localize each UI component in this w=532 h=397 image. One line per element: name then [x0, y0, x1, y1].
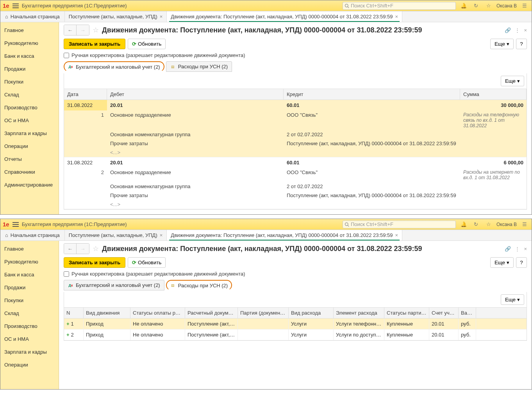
close-icon[interactable]: × [524, 27, 527, 33]
manual-edit-checkbox[interactable] [64, 271, 69, 277]
entry-num: 2 [64, 168, 107, 182]
sidebar-item-reports[interactable]: Отчеты [0, 153, 59, 166]
search-input[interactable]: Поиск Ctrl+Shift+F [343, 221, 456, 228]
search-input[interactable]: Поиск Ctrl+Shift+F [343, 2, 456, 10]
sidebar-item-hr[interactable]: Зарплата и кадры [0, 345, 59, 358]
help-button[interactable]: ? [516, 39, 527, 49]
user-name[interactable]: Оксана В [496, 222, 517, 227]
sidebar-item-operations[interactable]: Операции [0, 140, 59, 153]
help-button[interactable]: ? [516, 257, 527, 268]
main: ← → ☆ Движения документа: Поступление (а… [59, 241, 532, 389]
close-icon[interactable]: × [160, 14, 163, 20]
sidebar-item-purchases[interactable]: Покупки [0, 294, 59, 307]
refresh-button[interactable]: ⟳Обновить [128, 257, 166, 268]
chevron-down-icon: ▾ [517, 297, 520, 303]
kebab-icon[interactable]: ⋮ [515, 246, 520, 252]
sidebar-item-manager[interactable]: Руководителю [0, 255, 59, 268]
col-n[interactable]: N [64, 308, 84, 318]
tab-home[interactable]: ⌂ Начальная страница [0, 11, 65, 22]
tab-receipts[interactable]: Поступление (акты, накладные, УПД) × [65, 11, 167, 22]
body: Главное Руководителю Банк и касса Продаж… [0, 241, 532, 389]
sidebar-item-warehouse[interactable]: Склад [0, 307, 59, 320]
col-party-status[interactable]: Статусы партий ... [384, 308, 429, 318]
tab-accounting[interactable]: Дк Бухгалтерский и налоговый учет (2) [64, 280, 164, 290]
table-row[interactable]: +2 Приход Не оплачено Поступление (акт, … [64, 329, 527, 340]
sidebar-item-operations[interactable]: Операции [0, 358, 59, 371]
star-icon[interactable]: ☆ [484, 1, 493, 11]
close-icon[interactable]: × [395, 14, 398, 20]
more-label: Еще [495, 41, 505, 47]
favorite-icon[interactable]: ☆ [93, 26, 99, 34]
sidebar-item-manager[interactable]: Руководителю [0, 37, 59, 50]
bell-icon[interactable]: 🔔 [459, 220, 468, 229]
col-currency[interactable]: Вал... [459, 308, 476, 318]
col-pay-status[interactable]: Статусы оплаты рас... [130, 308, 185, 318]
sidebar-item-production[interactable]: Производство [0, 101, 59, 114]
sidebar-item-assets[interactable]: ОС и НМА [0, 333, 59, 345]
col-debit[interactable]: Дебет [107, 89, 284, 100]
refresh-button[interactable]: ⟳Обновить [128, 39, 166, 49]
sidebar-item-assets[interactable]: ОС и НМА [0, 114, 59, 127]
sidebar-item-sales[interactable]: Продажи [0, 281, 59, 294]
history-icon[interactable]: ↻ [471, 1, 481, 11]
sidebar-item-admin[interactable]: Администрирование [0, 178, 59, 191]
tab-usn[interactable]: ▤ Расходы при УСН (2) [166, 61, 232, 72]
col-expense-element[interactable]: Элемент расхода [334, 308, 384, 318]
more-button[interactable]: Еще ▾ [490, 257, 514, 268]
logo-1c: 1e [3, 221, 9, 228]
col-sum[interactable]: Сумма [460, 89, 527, 100]
sidebar-item-bank[interactable]: Банк и касса [0, 50, 59, 62]
col-account[interactable]: Счет учета [429, 308, 459, 318]
table-row[interactable]: +1 Приход Не оплачено Поступление (акт, … [64, 319, 527, 329]
back-button[interactable]: ← [64, 244, 77, 254]
user-name[interactable]: Оксана В [496, 3, 517, 9]
col-date[interactable]: Дата [64, 89, 107, 100]
menu-icon[interactable] [12, 222, 19, 227]
sidebar-item-main[interactable]: Главное [0, 242, 59, 255]
table-more-button[interactable]: Еще ▾ [501, 76, 524, 86]
col-party[interactable]: Партия (документ ... [238, 308, 289, 318]
settings-icon[interactable]: ☰ [520, 1, 529, 11]
sidebar-item-production[interactable]: Производство [0, 320, 59, 333]
col-kind[interactable]: Вид движения [84, 308, 130, 318]
entry-row[interactable]: 31.08.2022 20.01 60.01 6 000,00 2 Основн… [64, 157, 527, 209]
star-icon[interactable]: ☆ [484, 220, 493, 229]
sidebar-item-hr[interactable]: Зарплата и кадры [0, 127, 59, 140]
tab-movements[interactable]: Движения документа: Поступление (акт, на… [167, 230, 402, 240]
link-icon[interactable]: 🔗 [505, 27, 511, 33]
sidebar-item-warehouse[interactable]: Склад [0, 88, 59, 101]
col-expense-kind[interactable]: Вид расхода [289, 308, 334, 318]
close-icon[interactable]: × [395, 232, 398, 238]
table-more-button[interactable]: Еще ▾ [501, 294, 524, 305]
forward-button[interactable]: → [77, 25, 89, 35]
kebab-icon[interactable]: ⋮ [515, 27, 520, 33]
col-credit[interactable]: Кредит [284, 89, 460, 100]
col-doc[interactable]: Расчетный документ [185, 308, 238, 318]
close-icon[interactable]: × [160, 232, 163, 238]
forward-button[interactable]: → [77, 244, 89, 254]
settings-icon[interactable]: ☰ [520, 220, 529, 229]
back-button[interactable]: ← [64, 25, 77, 35]
manual-edit-checkbox[interactable] [64, 53, 69, 58]
tab-home[interactable]: ⌂ Начальная страница [0, 230, 65, 240]
more-button[interactable]: Еще ▾ [490, 39, 514, 49]
history-icon[interactable]: ↻ [471, 220, 481, 229]
save-close-button[interactable]: Записать и закрыть [64, 39, 125, 49]
sidebar-item-refs[interactable]: Справочники [0, 166, 59, 178]
sidebar-item-purchases[interactable]: Покупки [0, 75, 59, 88]
bell-icon[interactable]: 🔔 [459, 1, 468, 11]
sidebar-item-main[interactable]: Главное [0, 24, 59, 37]
menu-icon[interactable] [12, 4, 19, 8]
link-icon[interactable]: 🔗 [505, 246, 511, 252]
tab-receipts[interactable]: Поступление (акты, накладные, УПД) × [65, 230, 167, 240]
tab-usn[interactable]: ▤ Расходы при УСН (2) [166, 280, 232, 290]
sidebar-item-sales[interactable]: Продажи [0, 62, 59, 75]
sidebar-item-bank[interactable]: Банк и касса [0, 268, 59, 281]
window-2: 1e Бухгалтерия предприятия (1С:Предприят… [0, 219, 532, 390]
close-icon[interactable]: × [524, 246, 527, 252]
tab-movements[interactable]: Движения документа: Поступление (акт, на… [167, 11, 402, 22]
entry-row[interactable]: 31.08.2022 20.01 60.01 30 000,00 1 Основ… [64, 100, 527, 157]
save-close-button[interactable]: Записать и закрыть [64, 257, 125, 268]
tab-accounting[interactable]: Дк Бухгалтерский и налоговый учет (2) [64, 61, 164, 72]
favorite-icon[interactable]: ☆ [93, 244, 99, 253]
